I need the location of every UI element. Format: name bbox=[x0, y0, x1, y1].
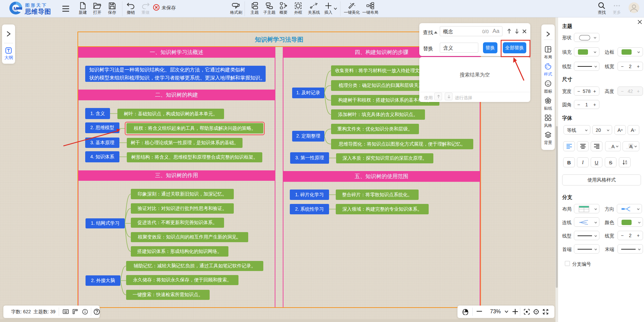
svg-text:A: A bbox=[625, 160, 627, 163]
svg-text:M: M bbox=[13, 6, 17, 11]
